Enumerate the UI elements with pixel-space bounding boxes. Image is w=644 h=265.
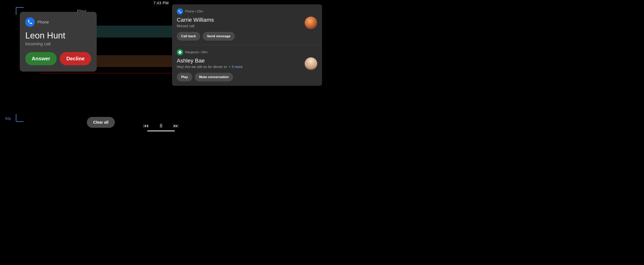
prev-icon: ⏮ xyxy=(143,122,149,129)
pause-icon: ⏸ xyxy=(158,122,164,129)
decline-button[interactable]: Decline xyxy=(60,52,91,65)
avatar-carrie xyxy=(305,16,317,29)
mute-conversation-button[interactable]: Mute conversation xyxy=(195,73,233,81)
media-pause-button[interactable]: ⏸ xyxy=(158,122,164,129)
notif-app-info-0: Phone • 20m xyxy=(185,10,203,13)
notif-actions-0: Call back Send message xyxy=(177,32,317,41)
notif-phone-icon xyxy=(177,8,183,14)
phone-app-icon xyxy=(25,17,35,27)
avatar-ashley xyxy=(305,57,317,70)
caller-name: Leon Hunt xyxy=(25,31,91,40)
notif-header-0: Phone • 20m xyxy=(177,8,317,14)
phone-icon xyxy=(28,19,32,25)
bracket-bottom-left xyxy=(16,114,24,122)
play-button[interactable]: Play xyxy=(177,73,192,81)
media-prev-button[interactable]: ⏮ xyxy=(143,122,149,129)
bottom-indicator xyxy=(147,131,175,131)
status-time: 7:43 PM xyxy=(153,1,169,5)
answer-button[interactable]: Answer xyxy=(25,52,57,65)
notif-body-1: Ashley Bae Hey! Are we still on for dinn… xyxy=(177,57,317,70)
notif-header-1: Hangouts • 30m xyxy=(177,49,317,55)
notification-card-1: Hangouts • 30m Ashley Bae Hey! Are we st… xyxy=(172,45,322,86)
media-controls: ⏮ ⏸ ⏭ xyxy=(143,122,179,129)
notif-app-info-1: Hangouts • 30m xyxy=(185,50,208,54)
phone-small-icon xyxy=(178,10,182,13)
notif-body-0: Carrie Williams Missed call xyxy=(177,16,317,29)
call-subtitle: Incoming call xyxy=(25,41,91,46)
notif-actions-1: Play Mute conversation xyxy=(177,73,317,81)
call-card-header: Phone xyxy=(25,17,91,27)
notif-contact-name-1: Ashley Bae xyxy=(177,57,302,64)
call-action-buttons: Answer Decline xyxy=(25,52,91,65)
notif-text-1: Ashley Bae Hey! Are we still on for dinn… xyxy=(177,57,305,69)
call-back-button[interactable]: Call back xyxy=(177,32,200,41)
notif-message-text-1: Hey! Are we still on for dinner to xyxy=(177,65,227,69)
notif-contact-name-0: Carrie Williams xyxy=(177,16,302,23)
call-app-name: Phone xyxy=(38,20,49,24)
notification-card-0: Phone • 20m Carrie Williams Missed call … xyxy=(172,4,322,45)
notif-text-0: Carrie Williams Missed call xyxy=(177,16,305,28)
notifications-panel: Phone • 20m Carrie Williams Missed call … xyxy=(172,4,322,86)
hangouts-small-icon xyxy=(178,50,182,54)
clear-all-button[interactable]: Clear all xyxy=(87,117,115,128)
notif-more-1: + 3 more xyxy=(228,65,243,69)
notif-hangouts-icon xyxy=(177,49,183,55)
notif-message-1: Hey! Are we still on for dinner to + 3 m… xyxy=(177,65,302,69)
media-next-button[interactable]: ⏭ xyxy=(173,122,179,129)
next-icon: ⏭ xyxy=(173,122,179,129)
notif-message-0: Missed call xyxy=(177,24,302,28)
bracket-label: 8dp xyxy=(5,117,11,121)
incoming-call-card: Phone Leon Hunt Incoming call Answer Dec… xyxy=(20,12,97,72)
bg-red-line xyxy=(40,73,172,73)
send-message-button[interactable]: Send message xyxy=(203,32,235,41)
